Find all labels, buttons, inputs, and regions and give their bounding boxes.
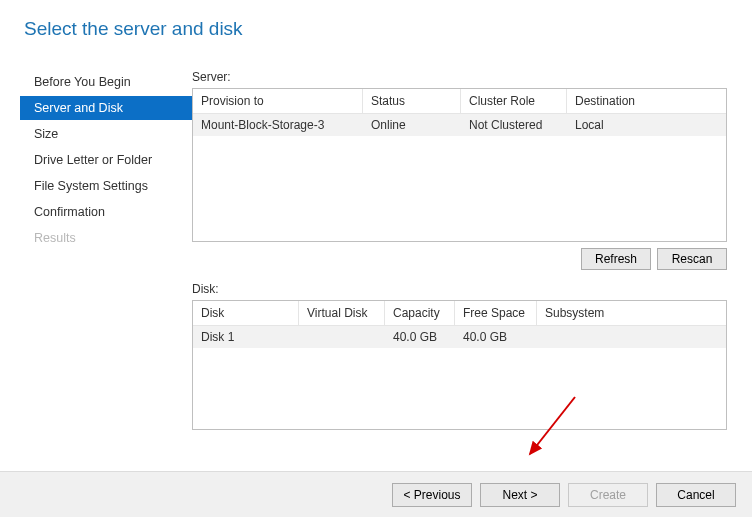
sidebar-item-drive-letter[interactable]: Drive Letter or Folder — [20, 148, 192, 172]
disk-row[interactable]: Disk 1 40.0 GB 40.0 GB — [193, 326, 726, 348]
col-free-space[interactable]: Free Space — [455, 301, 537, 325]
cell-destination: Local — [567, 114, 726, 136]
create-button: Create — [568, 483, 648, 507]
sidebar-item-server-and-disk[interactable]: Server and Disk — [20, 96, 192, 120]
col-cluster-role[interactable]: Cluster Role — [461, 89, 567, 113]
page-title: Select the server and disk — [0, 0, 752, 40]
disk-section-label: Disk: — [192, 282, 727, 296]
server-row[interactable]: Mount-Block-Storage-3 Online Not Cluster… — [193, 114, 726, 136]
cell-disk: Disk 1 — [193, 326, 299, 348]
cell-virtual-disk — [299, 326, 385, 348]
cell-free-space: 40.0 GB — [455, 326, 537, 348]
sidebar-item-confirmation[interactable]: Confirmation — [20, 200, 192, 224]
sidebar-item-file-system-settings[interactable]: File System Settings — [20, 174, 192, 198]
cell-subsystem — [537, 326, 726, 348]
col-disk[interactable]: Disk — [193, 301, 299, 325]
wizard-footer: < Previous Next > Create Cancel — [0, 471, 752, 517]
server-section-label: Server: — [192, 70, 727, 84]
col-provision-to[interactable]: Provision to — [193, 89, 363, 113]
sidebar-item-before-you-begin[interactable]: Before You Begin — [20, 70, 192, 94]
col-status[interactable]: Status — [363, 89, 461, 113]
sidebar-item-results: Results — [20, 226, 192, 250]
cell-cluster-role: Not Clustered — [461, 114, 567, 136]
cell-provision-to: Mount-Block-Storage-3 — [193, 114, 363, 136]
col-virtual-disk[interactable]: Virtual Disk — [299, 301, 385, 325]
col-subsystem[interactable]: Subsystem — [537, 301, 726, 325]
disk-grid: Disk Virtual Disk Capacity Free Space Su… — [192, 300, 727, 430]
cancel-button[interactable]: Cancel — [656, 483, 736, 507]
cell-capacity: 40.0 GB — [385, 326, 455, 348]
rescan-button[interactable]: Rescan — [657, 248, 727, 270]
server-grid-header: Provision to Status Cluster Role Destina… — [193, 89, 726, 114]
col-capacity[interactable]: Capacity — [385, 301, 455, 325]
next-button[interactable]: Next > — [480, 483, 560, 507]
cell-status: Online — [363, 114, 461, 136]
wizard-sidebar: Before You Begin Server and Disk Size Dr… — [0, 70, 192, 436]
sidebar-item-size[interactable]: Size — [20, 122, 192, 146]
refresh-button[interactable]: Refresh — [581, 248, 651, 270]
server-grid: Provision to Status Cluster Role Destina… — [192, 88, 727, 242]
col-destination[interactable]: Destination — [567, 89, 726, 113]
previous-button[interactable]: < Previous — [392, 483, 472, 507]
disk-grid-header: Disk Virtual Disk Capacity Free Space Su… — [193, 301, 726, 326]
